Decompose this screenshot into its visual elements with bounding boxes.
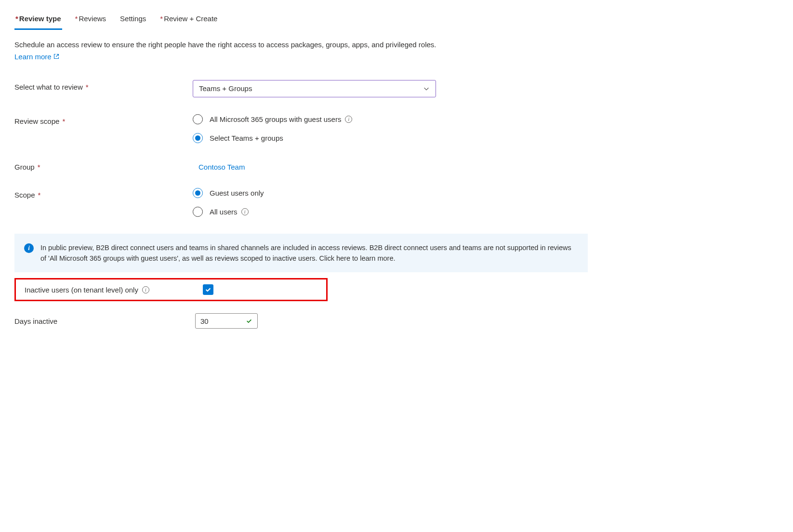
info-banner-text: In public preview, B2B direct connect us… [40, 242, 578, 264]
info-icon[interactable]: i [241, 208, 249, 215]
inactive-users-checkbox[interactable] [203, 284, 213, 295]
inactive-users-label: Inactive users (on tenant level) only i [25, 286, 203, 294]
tab-reviews[interactable]: *Reviews [74, 10, 107, 30]
tab-settings[interactable]: Settings [119, 10, 147, 30]
external-link-icon [53, 53, 59, 59]
info-banner: i In public preview, B2B direct connect … [14, 234, 588, 273]
info-banner-icon: i [24, 243, 34, 253]
required-marker: * [38, 163, 40, 171]
days-inactive-value: 30 [200, 317, 209, 325]
tabs-container: *Review type *Reviews Settings *Review +… [14, 10, 779, 30]
required-marker: * [75, 14, 78, 23]
radio-icon [193, 207, 203, 217]
radio-icon [193, 133, 203, 143]
required-marker: * [62, 117, 65, 125]
page-description: Schedule an access review to ensure the … [14, 40, 779, 51]
review-scope-label: Review scope * [14, 114, 193, 125]
required-marker: * [38, 191, 41, 199]
group-value-link[interactable]: Contoso Team [193, 160, 245, 171]
info-icon[interactable]: i [142, 286, 149, 293]
info-icon[interactable]: i [345, 116, 352, 123]
tab-review-type[interactable]: *Review type [14, 10, 62, 30]
radio-all-groups[interactable]: All Microsoft 365 groups with guest user… [193, 114, 352, 124]
required-marker: * [15, 14, 18, 23]
radio-guest-users[interactable]: Guest users only [193, 188, 264, 198]
group-label: Group * [14, 160, 193, 171]
select-what-value: Teams + Groups [199, 84, 252, 93]
learn-more-link[interactable]: Learn more [14, 53, 59, 61]
highlight-inactive-users: Inactive users (on tenant level) only i [14, 278, 328, 301]
radio-icon [193, 114, 203, 124]
radio-icon [193, 188, 203, 198]
days-inactive-input[interactable]: 30 [195, 313, 258, 329]
days-inactive-label: Days inactive [14, 317, 195, 325]
required-marker: * [86, 83, 89, 91]
radio-select-teams[interactable]: Select Teams + groups [193, 133, 352, 143]
select-what-dropdown[interactable]: Teams + Groups [193, 80, 436, 97]
radio-all-users[interactable]: All users i [193, 207, 264, 217]
select-what-label: Select what to review * [14, 80, 193, 91]
scope-label: Scope * [14, 188, 193, 199]
check-icon [205, 286, 211, 293]
chevron-down-icon [423, 85, 430, 92]
required-marker: * [160, 14, 163, 23]
tab-review-create[interactable]: *Review + Create [159, 10, 218, 30]
check-icon [246, 318, 252, 324]
